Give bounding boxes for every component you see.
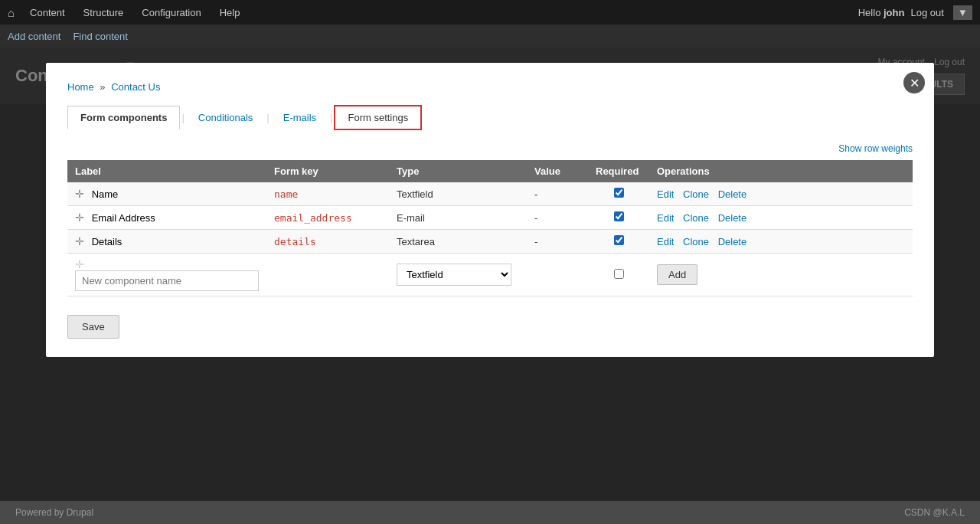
logout-button[interactable]: Log out	[910, 7, 943, 18]
breadcrumb-current[interactable]: Contact Us	[111, 81, 160, 93]
user-dropdown-button[interactable]: ▼	[953, 5, 972, 20]
modal-overlay: ✕ Home » Contact Us Form components | Co…	[0, 47, 980, 104]
add-content-link[interactable]: Add content	[8, 31, 60, 42]
breadcrumb-home[interactable]: Home	[67, 81, 94, 93]
close-button[interactable]: ✕	[903, 72, 925, 93]
user-area: Hello john Log out ▼	[858, 5, 972, 20]
modal: ✕ Home » Contact Us Form components | Co…	[46, 63, 934, 104]
nav-content[interactable]: Content	[27, 7, 68, 18]
nav-structure[interactable]: Structure	[80, 7, 127, 18]
username: john	[884, 7, 904, 18]
secondary-navbar: Add content Find content	[0, 25, 980, 47]
hello-label: Hello john	[858, 7, 905, 18]
home-icon[interactable]: ⌂	[8, 6, 15, 19]
breadcrumb-sep: »	[100, 81, 105, 93]
find-content-link[interactable]: Find content	[73, 31, 128, 42]
top-navbar: ⌂ Content Structure Configuration Help H…	[0, 0, 980, 25]
nav-help[interactable]: Help	[217, 7, 243, 18]
nav-configuration[interactable]: Configuration	[139, 7, 204, 18]
breadcrumb: Home » Contact Us	[67, 81, 913, 93]
